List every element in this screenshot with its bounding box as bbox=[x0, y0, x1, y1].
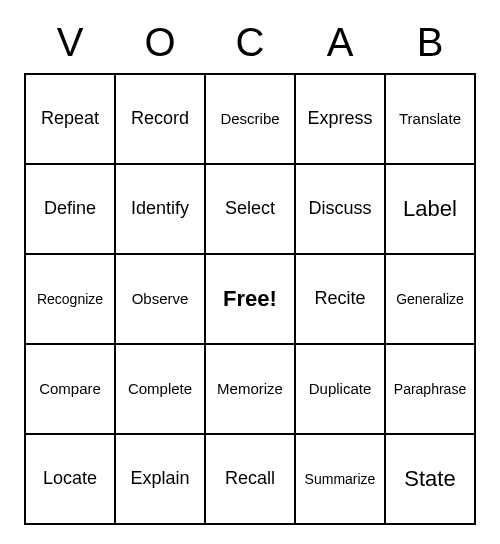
bingo-header: V O C A B bbox=[25, 20, 475, 65]
header-letter: V bbox=[25, 20, 115, 65]
bingo-cell: Explain bbox=[115, 434, 205, 524]
bingo-cell: Paraphrase bbox=[385, 344, 475, 434]
header-letter: B bbox=[385, 20, 475, 65]
bingo-cell: Generalize bbox=[385, 254, 475, 344]
header-letter: C bbox=[205, 20, 295, 65]
bingo-cell: Translate bbox=[385, 74, 475, 164]
bingo-cell: Recall bbox=[205, 434, 295, 524]
bingo-cell: Repeat bbox=[25, 74, 115, 164]
bingo-cell: Discuss bbox=[295, 164, 385, 254]
bingo-cell: Record bbox=[115, 74, 205, 164]
bingo-cell: Recite bbox=[295, 254, 385, 344]
bingo-cell: Observe bbox=[115, 254, 205, 344]
bingo-grid: Repeat Record Describe Express Translate… bbox=[24, 73, 476, 525]
bingo-cell: State bbox=[385, 434, 475, 524]
bingo-cell: Describe bbox=[205, 74, 295, 164]
bingo-cell: Complete bbox=[115, 344, 205, 434]
bingo-cell: Recognize bbox=[25, 254, 115, 344]
bingo-cell: Express bbox=[295, 74, 385, 164]
bingo-card: V O C A B Repeat Record Describe Express… bbox=[24, 20, 476, 525]
bingo-cell: Select bbox=[205, 164, 295, 254]
bingo-cell: Duplicate bbox=[295, 344, 385, 434]
bingo-cell: Memorize bbox=[205, 344, 295, 434]
bingo-cell: Locate bbox=[25, 434, 115, 524]
bingo-cell: Define bbox=[25, 164, 115, 254]
bingo-cell: Summarize bbox=[295, 434, 385, 524]
bingo-free-cell: Free! bbox=[205, 254, 295, 344]
header-letter: O bbox=[115, 20, 205, 65]
bingo-cell: Label bbox=[385, 164, 475, 254]
bingo-cell: Identify bbox=[115, 164, 205, 254]
header-letter: A bbox=[295, 20, 385, 65]
bingo-cell: Compare bbox=[25, 344, 115, 434]
